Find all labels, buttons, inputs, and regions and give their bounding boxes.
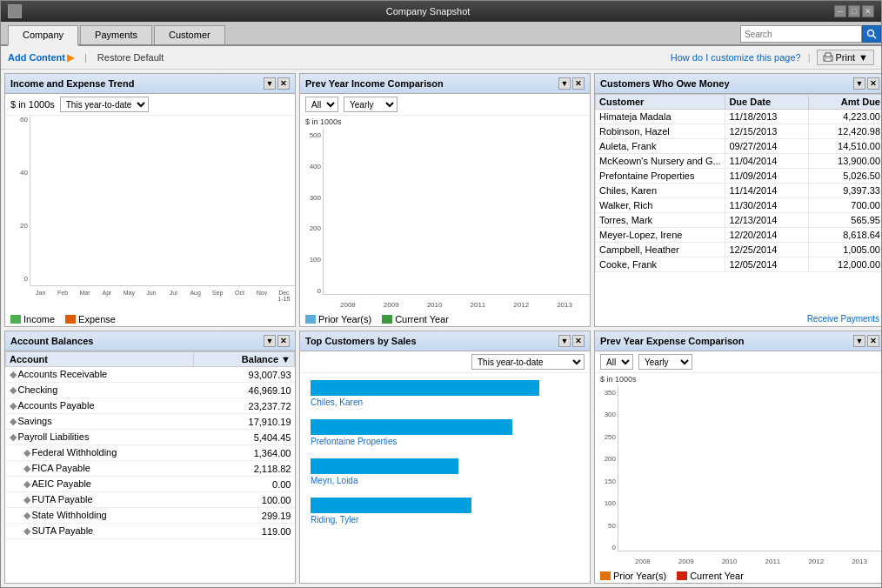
- top-customers-dropdown[interactable]: This year-to-date: [471, 354, 585, 370]
- customer-name: Walker, Rich: [596, 198, 725, 213]
- customer-amt: 12,420.98: [809, 124, 881, 139]
- account-name: ◆FUTA Payable: [6, 492, 194, 508]
- account-row-10[interactable]: ◆SUTA Payable119.00: [6, 524, 295, 539]
- tab-customer[interactable]: Customer: [154, 25, 225, 44]
- panel-prev-year-income-controls: ▼ ✕: [558, 77, 585, 90]
- panel-customers-owe: Customers Who Owe Money ▼ ✕ Customer Due…: [594, 73, 881, 327]
- prev-year-income-filter2[interactable]: Yearly Monthly: [344, 97, 398, 112]
- legend-current-expense-box: [677, 571, 687, 580]
- account-row-9[interactable]: ◆State Withholding299.19: [6, 508, 295, 524]
- account-row-6[interactable]: ◆FICA Payable2,118.82: [6, 461, 295, 477]
- x-label-2010: 2010: [427, 301, 443, 309]
- customer-row-9[interactable]: Campbell, Heather12/25/20141,005.00: [596, 243, 882, 257]
- col-balance: Balance ▼: [193, 352, 294, 367]
- col-customer: Customer: [596, 95, 725, 110]
- customer-row-3[interactable]: McKeown's Nursery and G...11/04/201413,9…: [596, 154, 882, 169]
- customer-amt: 13,900.00: [809, 154, 881, 169]
- x-label-jul: Jul: [163, 290, 184, 296]
- account-row-4[interactable]: ◆Payroll Liabilities5,404.45: [6, 430, 295, 445]
- customer-bar-2: [311, 458, 458, 474]
- account-balance: 100.00: [193, 492, 294, 508]
- x-label-2008: 2008: [340, 301, 356, 309]
- customer-name: Torres, Mark: [596, 213, 725, 228]
- customer-name: Auleta, Frank: [596, 139, 725, 154]
- search-input[interactable]: [740, 25, 862, 43]
- customer-row-8[interactable]: Meyer-Lopez, Irene12/20/20148,618.64: [596, 228, 882, 243]
- print-dropdown-icon[interactable]: ▼: [859, 52, 868, 63]
- x-label-sep: Sep: [206, 290, 228, 296]
- search-button[interactable]: [862, 25, 881, 43]
- panel-customers-owe-close[interactable]: ✕: [867, 77, 879, 90]
- panel-customers-owe-header: Customers Who Owe Money ▼ ✕: [595, 74, 881, 94]
- income-trend-dropdown[interactable]: This year-to-date Last year: [60, 97, 149, 112]
- customer-row-0[interactable]: Himateja Madala11/18/20134,223.00: [596, 110, 882, 124]
- x-label-2013: 2013: [557, 301, 572, 309]
- tab-payments[interactable]: Payments: [80, 25, 152, 44]
- panel-prev-year-income-close[interactable]: ✕: [572, 77, 585, 90]
- customer-row-2[interactable]: Auleta, Frank09/27/201414,510.00: [596, 139, 882, 154]
- panel-top-customers-title: Top Customers by Sales: [305, 336, 417, 346]
- toolbar-right: How do I customize this page? | Print ▼: [671, 50, 874, 65]
- tab-company[interactable]: Company: [8, 25, 78, 46]
- prev-expense-filter2[interactable]: Yearly Monthly: [638, 354, 692, 370]
- panel-top-customers-close[interactable]: ✕: [572, 335, 585, 347]
- account-row-5[interactable]: ◆Federal Withholding1,364.00: [6, 445, 295, 461]
- panel-top-customers-collapse[interactable]: ▼: [558, 335, 571, 347]
- panel-prev-expense-collapse[interactable]: ▼: [853, 335, 865, 347]
- panel-prev-expense-close[interactable]: ✕: [867, 335, 879, 347]
- x-label-jun: Jun: [140, 290, 162, 296]
- x-label-2011: 2011: [471, 301, 486, 309]
- prev-year-income-filter1[interactable]: All: [305, 97, 338, 112]
- prev-expense-filter1[interactable]: All: [600, 354, 633, 370]
- top-customer-item-2: Meyn, Loida: [311, 458, 579, 485]
- panel-income-trend-close[interactable]: ✕: [277, 77, 290, 90]
- account-name: ◆Federal Withholding: [6, 445, 194, 461]
- panel-account-balances-collapse[interactable]: ▼: [264, 335, 276, 347]
- panel-income-trend-collapse[interactable]: ▼: [264, 77, 276, 90]
- account-row-2[interactable]: ◆Accounts Payable23,237.72: [6, 398, 295, 414]
- account-name: ◆FICA Payable: [6, 461, 194, 477]
- x-label-2012: 2012: [513, 301, 529, 309]
- panel-prev-year-income-collapse[interactable]: ▼: [558, 77, 571, 90]
- receive-payments-link[interactable]: Receive Payments: [595, 311, 881, 326]
- expense-x-2011: 2011: [765, 558, 781, 565]
- close-button[interactable]: ✕: [862, 5, 874, 17]
- panel-top-customers: Top Customers by Sales ▼ ✕ This year-to-…: [299, 331, 591, 584]
- account-name: ◆Savings: [6, 414, 194, 430]
- customer-row-1[interactable]: Robinson, Hazel12/15/201312,420.98: [596, 124, 882, 139]
- account-row-7[interactable]: ◆AEIC Payable0.00: [6, 477, 295, 492]
- expense-x-2012: 2012: [808, 558, 824, 565]
- account-row-0[interactable]: ◆Accounts Receivable93,007.93: [6, 367, 295, 383]
- top-customer-item-3: Riding, Tyler: [311, 498, 579, 525]
- balance-sort-icon[interactable]: ▼: [281, 354, 291, 364]
- expense-x-2008: 2008: [635, 558, 651, 565]
- how-customize-link[interactable]: How do I customize this page?: [671, 52, 801, 63]
- minimize-button[interactable]: ─: [834, 5, 846, 17]
- customer-row-10[interactable]: Cooke, Frank12/05/201412,000.00: [596, 257, 882, 272]
- customer-row-6[interactable]: Walker, Rich11/30/2014700.00: [596, 198, 882, 213]
- customer-row-4[interactable]: Prefontaine Properties11/09/20145,026.50: [596, 169, 882, 184]
- customer-row-5[interactable]: Chiles, Karen11/14/20149,397.33: [596, 184, 882, 198]
- account-row-1[interactable]: ◆Checking46,969.10: [6, 383, 295, 398]
- customer-bar-label-1[interactable]: Prefontaine Properties: [311, 437, 579, 446]
- legend-income: Income: [10, 314, 55, 324]
- panel-income-trend: Income and Expense Trend ▼ ✕ $ in 1000s …: [4, 73, 296, 327]
- add-content-button[interactable]: Add Content ▶: [8, 52, 74, 63]
- customer-name: Cooke, Frank: [596, 257, 725, 272]
- customer-row-7[interactable]: Torres, Mark12/13/2014565.95: [596, 213, 882, 228]
- customer-name: Chiles, Karen: [596, 184, 725, 198]
- panel-customers-owe-collapse[interactable]: ▼: [853, 77, 865, 90]
- customer-due-date: 11/30/2014: [725, 198, 809, 213]
- customer-due-date: 12/15/2013: [725, 124, 809, 139]
- customer-bar-label-3[interactable]: Riding, Tyler: [311, 515, 579, 525]
- panel-customers-owe-controls: ▼ ✕: [853, 77, 879, 90]
- account-row-8[interactable]: ◆FUTA Payable100.00: [6, 492, 295, 508]
- customer-bar-label-0[interactable]: Chiles, Karen: [311, 398, 579, 407]
- account-row-3[interactable]: ◆Savings17,910.19: [6, 414, 295, 430]
- print-button[interactable]: Print ▼: [817, 50, 874, 65]
- customer-bar-label-2[interactable]: Meyn, Loida: [311, 476, 579, 485]
- restore-default-button[interactable]: Restore Default: [97, 52, 164, 63]
- account-balance: 93,007.93: [193, 367, 294, 383]
- maximize-button[interactable]: □: [848, 5, 860, 17]
- panel-account-balances-close[interactable]: ✕: [277, 335, 290, 347]
